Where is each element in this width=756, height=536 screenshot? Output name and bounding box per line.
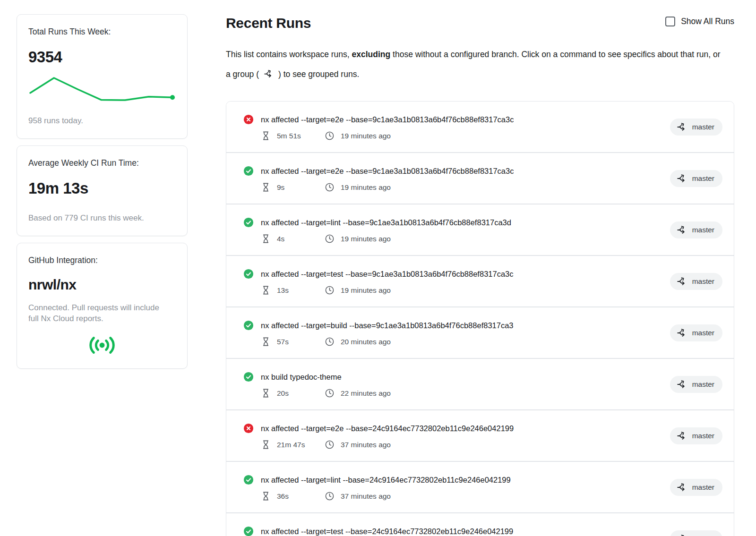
- run-duration-text: 4s: [277, 235, 284, 243]
- run-row[interactable]: nx affected --target=build --base=9c1ae3…: [226, 307, 734, 358]
- branch-group-badge[interactable]: master: [670, 479, 722, 496]
- run-row[interactable]: nx affected --target=e2e --base=9c1ae3a1…: [226, 102, 734, 152]
- run-row[interactable]: nx affected --target=e2e --base=9c1ae3a1…: [226, 153, 734, 204]
- branch-name: master: [692, 380, 714, 389]
- run-command-link[interactable]: nx affected --target=build --base=9c1ae3…: [261, 321, 514, 330]
- run-command-link[interactable]: nx affected --target=lint --base=24c9164…: [261, 476, 511, 485]
- github-integration-title: GitHub Integration:: [28, 255, 176, 265]
- clock-icon: [325, 182, 335, 192]
- success-status-icon: [243, 320, 254, 331]
- branch-group-badge[interactable]: master: [670, 119, 722, 136]
- hourglass-icon: [261, 285, 271, 295]
- run-time-ago-text: 37 minutes ago: [341, 441, 391, 449]
- broadcast-icon: [88, 334, 116, 356]
- run-time-ago-text: 19 minutes ago: [341, 235, 391, 243]
- run-duration-text: 20s: [277, 389, 289, 398]
- run-command-link[interactable]: nx affected --target=e2e --base=9c1ae3a1…: [261, 115, 514, 124]
- branch-split-icon: [677, 173, 687, 184]
- run-row[interactable]: nx affected --target=e2e --base=24c9164e…: [226, 410, 734, 461]
- run-row[interactable]: nx affected --target=lint --base=24c9164…: [226, 462, 734, 512]
- show-all-runs-toggle[interactable]: Show All Runs: [665, 17, 734, 26]
- branch-split-icon: [677, 328, 687, 338]
- clock-icon: [325, 234, 335, 244]
- branch-group-badge[interactable]: master: [670, 170, 722, 187]
- run-row[interactable]: nx build typedoc-theme 20s 22 minutes ag…: [226, 359, 734, 409]
- run-command-link[interactable]: nx affected --target=e2e --base=9c1ae3a1…: [261, 167, 514, 176]
- run-time-ago-text: 37 minutes ago: [341, 492, 391, 501]
- run-time-ago-text: 22 minutes ago: [341, 389, 391, 398]
- github-connected-text: Connected. Pull requests will include fu…: [28, 302, 170, 324]
- avg-ci-time-footer: Based on 779 CI runs this week.: [28, 213, 176, 223]
- hourglass-icon: [261, 182, 271, 192]
- run-duration-text: 57s: [277, 338, 289, 346]
- clock-icon: [325, 491, 335, 501]
- github-repo-name: nrwl/nx: [28, 277, 176, 293]
- branch-group-badge[interactable]: master: [670, 530, 722, 536]
- run-row[interactable]: nx affected --target=lint --base=9c1ae3a…: [226, 204, 734, 255]
- branch-name: master: [692, 226, 714, 234]
- hourglass-icon: [261, 388, 271, 398]
- total-runs-value: 9354: [28, 48, 176, 66]
- branch-split-icon: [677, 276, 687, 287]
- branch-split-icon: [677, 431, 687, 441]
- branch-name: master: [692, 123, 714, 131]
- recent-runs-list: nx affected --target=e2e --base=9c1ae3a1…: [226, 101, 734, 536]
- branch-split-icon: [677, 122, 687, 132]
- branch-name: master: [692, 483, 714, 492]
- hourglass-icon: [261, 131, 271, 141]
- branch-name: master: [692, 535, 714, 536]
- description-text-3: ) to see grouped runs.: [278, 69, 359, 79]
- branch-split-icon: [264, 69, 274, 79]
- branch-group-badge[interactable]: master: [670, 376, 722, 393]
- total-runs-title: Total Runs This Week:: [28, 27, 176, 37]
- runs-list-description: This list contains workspace runs, exclu…: [226, 44, 727, 84]
- run-command-link[interactable]: nx affected --target=e2e --base=24c9164e…: [261, 424, 514, 433]
- clock-icon: [325, 131, 335, 141]
- run-command-link[interactable]: nx affected --target=test --base=9c1ae3a…: [261, 270, 514, 279]
- branch-name: master: [692, 277, 714, 286]
- branch-split-icon: [677, 534, 687, 536]
- run-row[interactable]: nx affected --target=test --base=24c9164…: [226, 513, 734, 536]
- run-time-ago-text: 20 minutes ago: [341, 338, 391, 346]
- run-duration-text: 9s: [277, 183, 284, 192]
- success-status-icon: [243, 475, 254, 485]
- clock-icon: [325, 285, 335, 295]
- branch-name: master: [692, 329, 714, 337]
- avg-ci-time-value: 19m 13s: [28, 179, 176, 197]
- clock-icon: [325, 440, 335, 450]
- branch-name: master: [692, 432, 714, 440]
- run-command-link[interactable]: nx affected --target=test --base=24c9164…: [261, 527, 513, 536]
- total-runs-card: Total Runs This Week: 9354 958 runs toda…: [17, 14, 188, 139]
- show-all-runs-checkbox[interactable]: [665, 17, 675, 26]
- branch-split-icon: [677, 379, 687, 390]
- show-all-runs-label: Show All Runs: [681, 17, 734, 26]
- branch-group-badge[interactable]: master: [670, 221, 722, 238]
- branch-split-icon: [677, 225, 687, 235]
- hourglass-icon: [261, 440, 271, 450]
- clock-icon: [325, 337, 335, 347]
- hourglass-icon: [261, 491, 271, 501]
- branch-group-badge[interactable]: master: [670, 427, 722, 444]
- run-command-link[interactable]: nx build typedoc-theme: [261, 373, 342, 382]
- success-status-icon: [243, 269, 254, 279]
- run-command-link[interactable]: nx affected --target=lint --base=9c1ae3a…: [261, 218, 511, 227]
- description-text: This list contains workspace runs,: [226, 50, 352, 59]
- success-status-icon: [243, 217, 254, 228]
- recent-runs-panel: Recent Runs Show All Runs This list cont…: [226, 14, 734, 536]
- branch-group-badge[interactable]: master: [670, 324, 722, 341]
- run-time-ago-text: 19 minutes ago: [341, 132, 391, 140]
- page-title: Recent Runs: [226, 14, 311, 32]
- success-status-icon: [243, 372, 254, 382]
- clock-icon: [325, 388, 335, 398]
- stats-sidebar: Total Runs This Week: 9354 958 runs toda…: [17, 14, 188, 536]
- failed-status-icon: [243, 423, 254, 434]
- branch-split-icon: [677, 482, 687, 493]
- branch-group-badge[interactable]: master: [670, 273, 722, 290]
- run-row[interactable]: nx affected --target=test --base=9c1ae3a…: [226, 256, 734, 306]
- github-integration-card: GitHub Integration: nrwl/nx Connected. P…: [17, 243, 188, 369]
- avg-ci-time-card: Average Weekly CI Run Time: 19m 13s Base…: [17, 145, 188, 236]
- run-time-ago-text: 19 minutes ago: [341, 183, 391, 192]
- run-duration-text: 21m 47s: [277, 441, 305, 449]
- hourglass-icon: [261, 337, 271, 347]
- hourglass-icon: [261, 234, 271, 244]
